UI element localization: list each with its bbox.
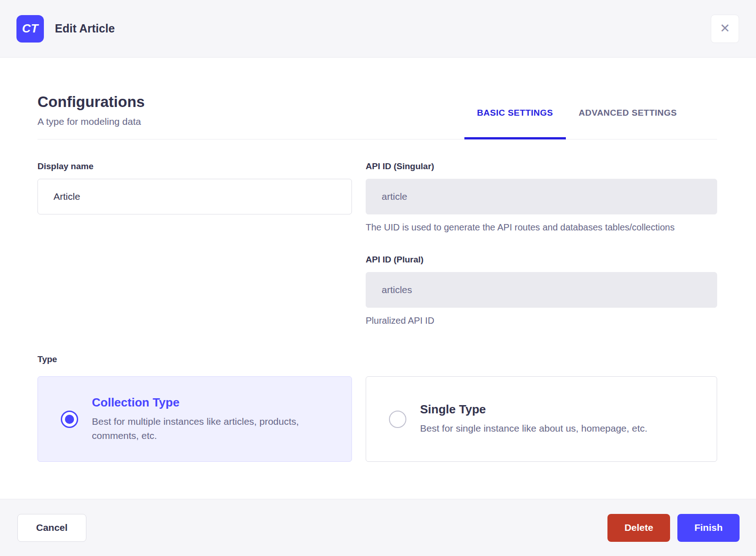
api-id-singular-input — [366, 179, 717, 214]
type-option-description: Best for multiple instances like article… — [92, 414, 335, 443]
display-name-input[interactable] — [37, 179, 352, 214]
radio-unselected-icon[interactable] — [389, 411, 406, 428]
type-option-title: Single Type — [420, 402, 647, 417]
close-button[interactable]: ✕ — [711, 15, 739, 43]
section-titles: Configurations A type for modeling data — [37, 93, 145, 139]
page-subtitle: A type for modeling data — [37, 116, 145, 127]
content-type-badge-icon: CT — [16, 15, 44, 43]
radio-selected-icon[interactable] — [61, 411, 78, 428]
type-option-single[interactable]: Single Type Best for single instance lik… — [366, 376, 717, 462]
type-label: Type — [37, 354, 717, 364]
api-id-singular-helper: The UID is used to generate the API rout… — [366, 220, 717, 235]
modal-body: Configurations A type for modeling data … — [0, 58, 756, 499]
display-name-field: Display name — [37, 161, 352, 214]
api-id-plural-input — [366, 272, 717, 308]
type-option-text: Single Type Best for single instance lik… — [420, 402, 647, 436]
cancel-button[interactable]: Cancel — [17, 514, 86, 542]
api-id-plural-label: API ID (Plural) — [366, 255, 717, 265]
api-id-singular-field: API ID (Singular) The UID is used to gen… — [366, 161, 717, 235]
settings-tabs: BASIC SETTINGS ADVANCED SETTINGS — [464, 108, 717, 139]
page-title: Configurations — [37, 93, 145, 111]
tab-advanced-settings[interactable]: ADVANCED SETTINGS — [566, 108, 690, 139]
tab-basic-settings[interactable]: BASIC SETTINGS — [464, 108, 566, 139]
section-head: Configurations A type for modeling data … — [37, 93, 717, 139]
form-left-column: Display name — [37, 161, 352, 328]
api-id-plural-helper: Pluralized API ID — [366, 314, 717, 328]
close-icon: ✕ — [720, 22, 730, 35]
type-option-text: Collection Type Best for multiple instan… — [92, 396, 335, 443]
type-cards: Collection Type Best for multiple instan… — [37, 376, 717, 462]
type-option-collection[interactable]: Collection Type Best for multiple instan… — [37, 376, 352, 462]
api-id-singular-label: API ID (Singular) — [366, 161, 717, 171]
type-option-description: Best for single instance like about us, … — [420, 421, 647, 436]
api-id-plural-field: API ID (Plural) Pluralized API ID — [366, 255, 717, 328]
display-name-label: Display name — [37, 161, 352, 171]
modal-footer: Cancel Delete Finish — [0, 499, 756, 556]
footer-actions: Delete Finish — [607, 514, 740, 542]
delete-button[interactable]: Delete — [607, 514, 670, 542]
configuration-form: Display name API ID (Singular) The UID i… — [37, 161, 717, 328]
type-section: Type Collection Type Best for multiple i… — [37, 354, 717, 462]
modal-header: CT Edit Article ✕ — [0, 0, 756, 58]
finish-button[interactable]: Finish — [677, 514, 740, 542]
type-option-title: Collection Type — [92, 396, 335, 410]
modal-title: Edit Article — [55, 22, 115, 35]
form-right-column: API ID (Singular) The UID is used to gen… — [366, 161, 717, 328]
